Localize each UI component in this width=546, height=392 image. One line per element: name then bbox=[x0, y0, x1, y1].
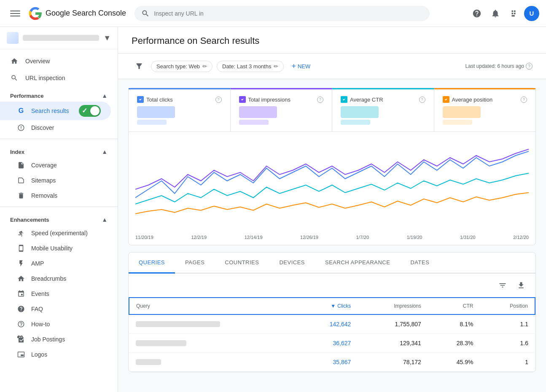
section-chevron-icon: ▲ bbox=[102, 216, 108, 223]
col-ctr[interactable]: CTR bbox=[428, 298, 480, 314]
tabs-row: QUERIES PAGES COUNTRIES DEVICES SEARCH A… bbox=[129, 252, 535, 274]
removals-icon bbox=[17, 191, 25, 200]
filter-label: Search type: Web bbox=[156, 63, 200, 70]
main-content: Performance on Search results Search typ… bbox=[118, 27, 546, 392]
position-cell: 1.1 bbox=[480, 314, 535, 334]
tab-search-appearance[interactable]: SEARCH APPEARANCE bbox=[315, 252, 400, 274]
performance-chart bbox=[135, 139, 529, 223]
notifications-icon-button[interactable] bbox=[487, 5, 504, 22]
job-postings-icon bbox=[17, 335, 25, 344]
date-filter[interactable]: Date: Last 3 months ✏ bbox=[217, 61, 284, 72]
site-name bbox=[23, 35, 99, 41]
topbar-logo[interactable]: Google Search Console bbox=[29, 7, 126, 20]
menu-icon[interactable] bbox=[7, 5, 24, 22]
metric-position[interactable]: Average position ? bbox=[434, 88, 536, 132]
new-filter-button[interactable]: + NEW bbox=[288, 60, 314, 73]
section-chevron-icon: ▲ bbox=[102, 92, 108, 99]
coverage-icon bbox=[17, 161, 25, 169]
sidebar-item-label: Events bbox=[31, 290, 49, 297]
sidebar-section-index[interactable]: Index ▲ bbox=[0, 142, 118, 158]
metric-label: Average CTR bbox=[350, 97, 383, 103]
position-cell: 1 bbox=[480, 353, 535, 372]
metric-help-icon[interactable]: ? bbox=[215, 97, 222, 103]
tab-countries[interactable]: COUNTRIES bbox=[215, 252, 269, 274]
apps-icon-button[interactable] bbox=[506, 5, 522, 22]
metrics-row: Total clicks ? Total impressions ? bbox=[129, 88, 535, 132]
toggle-area[interactable]: ✓ bbox=[79, 105, 101, 117]
sidebar-item-removals[interactable]: Removals bbox=[0, 188, 111, 203]
sidebar-item-breadcrumbs[interactable]: Breadcrumbs bbox=[0, 271, 111, 286]
ctr-checkbox bbox=[341, 96, 347, 103]
col-position[interactable]: Position bbox=[480, 298, 535, 314]
site-selector[interactable]: ▼ bbox=[0, 27, 118, 49]
sidebar-item-speed[interactable]: Speed (experimental) bbox=[0, 226, 111, 241]
sidebar-section-performance[interactable]: Performance ▲ bbox=[0, 86, 118, 102]
metric-help-icon[interactable]: ? bbox=[419, 97, 425, 103]
metric-clicks[interactable]: Total clicks ? bbox=[129, 88, 231, 132]
sidebar-item-label: Discover bbox=[31, 124, 54, 131]
metric-ctr[interactable]: Average CTR ? bbox=[332, 88, 434, 132]
tab-pages[interactable]: PAGES bbox=[175, 252, 215, 274]
sidebar-item-logos[interactable]: Logos bbox=[0, 347, 111, 362]
query-text-placeholder bbox=[136, 340, 186, 346]
tab-dates[interactable]: DATES bbox=[400, 252, 439, 274]
col-clicks[interactable]: ▼Clicks bbox=[298, 298, 358, 314]
google-logo-icon bbox=[29, 7, 42, 20]
sidebar-item-faq[interactable]: FAQ bbox=[0, 301, 111, 317]
clicks-cell: 142,642 bbox=[298, 314, 358, 334]
tab-queries[interactable]: QUERIES bbox=[129, 252, 175, 274]
xaxis-label: 1/7/20 bbox=[356, 235, 369, 240]
avatar[interactable]: U bbox=[524, 6, 539, 21]
sidebar-item-label: Coverage bbox=[31, 162, 57, 169]
topbar-logo-text: Google Search Console bbox=[46, 9, 126, 18]
xaxis-label: 12/26/19 bbox=[300, 235, 318, 240]
sidebar-item-discover[interactable]: Discover bbox=[0, 120, 111, 135]
info-icon[interactable]: ? bbox=[526, 63, 533, 70]
metric-label: Total clicks bbox=[146, 97, 173, 103]
table-row[interactable]: 36,627 129,341 28.3% 1.6 bbox=[129, 334, 535, 353]
sidebar-item-overview[interactable]: Overview bbox=[0, 53, 111, 70]
metric-value bbox=[239, 106, 277, 118]
sidebar-item-job-postings[interactable]: Job Postings bbox=[0, 332, 111, 347]
metric-impressions[interactable]: Total impressions ? bbox=[231, 88, 333, 132]
sidebar-item-coverage[interactable]: Coverage bbox=[0, 158, 111, 173]
sidebar-section-enhancements[interactable]: Enhancements ▲ bbox=[0, 210, 118, 226]
sidebar-item-mobile-usability[interactable]: Mobile Usability bbox=[0, 241, 111, 256]
search-input[interactable] bbox=[154, 10, 423, 17]
sidebar-item-events[interactable]: Events bbox=[0, 286, 111, 301]
metric-value bbox=[443, 106, 481, 118]
filter-bar: Search type: Web ✏ Date: Last 3 months ✏… bbox=[118, 54, 546, 79]
help-icon-button[interactable] bbox=[468, 5, 485, 22]
sidebar-item-search-results[interactable]: G Search results ✓ bbox=[0, 102, 111, 120]
sort-filter-button[interactable] bbox=[495, 278, 510, 293]
metric-help-icon[interactable]: ? bbox=[317, 97, 323, 103]
sidebar-item-sitemaps[interactable]: Sitemaps bbox=[0, 173, 111, 188]
download-button[interactable] bbox=[514, 278, 529, 293]
metric-label: Total impressions bbox=[248, 97, 290, 103]
sidebar-item-url-inspection[interactable]: URL inspection bbox=[0, 70, 111, 86]
sidebar-item-label: URL inspection bbox=[25, 75, 65, 81]
table-row[interactable]: 142,642 1,755,807 8.1% 1.1 bbox=[129, 314, 535, 334]
clicks-cell: 35,867 bbox=[298, 353, 358, 372]
metric-label: Average position bbox=[452, 97, 493, 103]
impressions-cell: 129,341 bbox=[358, 334, 428, 353]
main-header: Performance on Search results bbox=[118, 27, 546, 54]
plus-icon: + bbox=[291, 62, 296, 71]
search-icon bbox=[141, 9, 150, 18]
search-type-filter[interactable]: Search type: Web ✏ bbox=[151, 61, 212, 72]
sidebar-item-amp[interactable]: AMP bbox=[0, 256, 111, 271]
sidebar-item-label: Speed (experimental) bbox=[31, 230, 88, 236]
metric-help-icon[interactable]: ? bbox=[521, 97, 527, 103]
tab-devices[interactable]: DEVICES bbox=[269, 252, 315, 274]
xaxis-label: 1/19/20 bbox=[407, 235, 422, 240]
table-row[interactable]: 35,867 78,172 45.9% 1 bbox=[129, 353, 535, 372]
impressions-cell: 1,755,807 bbox=[358, 314, 428, 334]
topbar: Google Search Console U bbox=[0, 0, 546, 27]
topbar-search[interactable] bbox=[134, 6, 430, 21]
filter-options-button[interactable] bbox=[132, 59, 147, 74]
chart-xaxis: 11/20/19 12/2/19 12/14/19 12/26/19 1/7/2… bbox=[129, 233, 535, 245]
col-query[interactable]: Query bbox=[129, 298, 298, 314]
col-impressions[interactable]: Impressions bbox=[358, 298, 428, 314]
clicks-cell: 36,627 bbox=[298, 334, 358, 353]
sidebar-item-how-to[interactable]: How-to bbox=[0, 317, 111, 332]
